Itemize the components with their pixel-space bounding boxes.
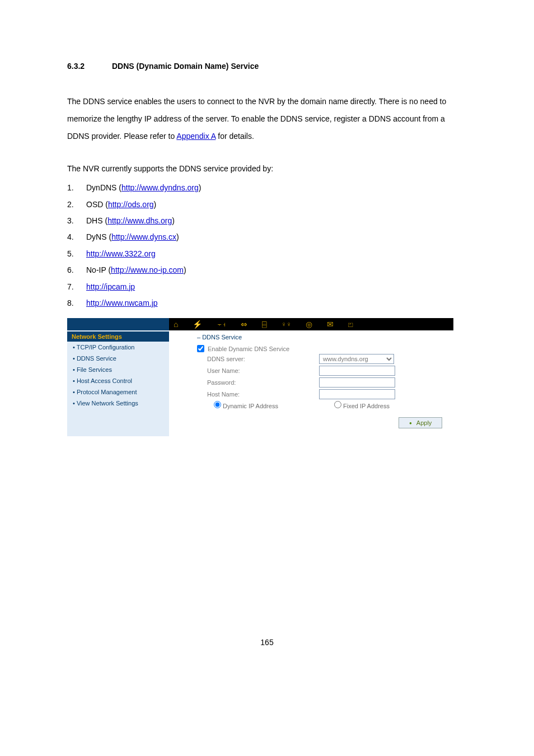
enable-ddns-field[interactable]: Enable Dynamic DNS Service	[197, 345, 309, 352]
dynamic-ip-radio[interactable]	[214, 401, 221, 408]
sidebar-item-host[interactable]: Host Access Control	[67, 375, 169, 386]
content-pane: – DDNS Service Enable Dynamic DNS Servic…	[169, 330, 453, 436]
provider-link[interactable]: http://www.dyndns.org	[121, 183, 199, 192]
password-input[interactable]	[319, 377, 395, 388]
heading-title: DDNS (Dynamic Domain Name) Service	[112, 62, 259, 71]
username-input[interactable]	[319, 366, 395, 376]
list-item: 6.No-IP (http://www.no-ip.com)	[67, 262, 467, 278]
list-item: 2.OSD (http://ods.org)	[67, 197, 467, 213]
enable-ddns-checkbox[interactable]	[197, 345, 204, 352]
provider-link[interactable]: http://www.dhs.org	[107, 216, 172, 225]
list-item: 5.http://www.3322.org	[67, 246, 467, 262]
lightning-icon[interactable]: ⚡	[193, 320, 202, 328]
fixed-ip-radio[interactable]	[334, 401, 341, 408]
arrows-icon[interactable]: ⇔	[241, 320, 247, 328]
intro-paragraph: The DDNS service enables the users to co…	[67, 93, 467, 144]
toolbar: ⌂ ⚡ ⫟⫞ ⇔ ⌸ ♀♀ ◎ ✉ ⏍	[67, 318, 453, 330]
sidebar-item-tcpip[interactable]: TCP/IP Configuration	[67, 342, 169, 353]
ddns-server-select[interactable]: www.dyndns.org	[319, 354, 394, 364]
list-item: 3.DHS (http://www.dhs.org)	[67, 213, 467, 229]
enable-ddns-label: Enable Dynamic DNS Service	[208, 346, 289, 352]
para1-text-b: for details.	[216, 132, 254, 141]
hostname-input[interactable]	[319, 389, 395, 399]
mail-icon[interactable]: ✉	[327, 320, 334, 328]
list-item: 1.DynDNS (http://www.dyndns.org)	[67, 180, 467, 196]
network-icon[interactable]: ⫟⫞	[217, 321, 226, 328]
password-label: Password:	[197, 379, 319, 386]
section-heading: 6.3.2DDNS (Dynamic Domain Name) Service	[67, 62, 467, 71]
disk-icon[interactable]: ⌸	[262, 320, 266, 328]
username-label: User Name:	[197, 367, 319, 374]
sidebar-item-file[interactable]: File Services	[67, 364, 169, 375]
provider-link[interactable]: http://www.dyns.cx	[111, 232, 176, 241]
hostname-label: Host Name:	[197, 391, 319, 398]
provider-link[interactable]: http://ods.org	[108, 200, 154, 209]
users-icon[interactable]: ♀♀	[281, 321, 291, 328]
sidebar-item-view[interactable]: View Network Settings	[67, 398, 169, 409]
heading-number: 6.3.2	[67, 62, 112, 71]
para1-text-a: The DDNS service enables the users to co…	[67, 97, 446, 141]
list-item: 4.DyNS (http://www.dyns.cx)	[67, 229, 467, 245]
fixed-ip-option[interactable]: Fixed IP Address	[334, 401, 390, 409]
ddns-server-label: DDNS server:	[197, 356, 319, 362]
page-number: 165	[67, 638, 467, 647]
settings-screenshot: ⌂ ⚡ ⫟⫞ ⇔ ⌸ ♀♀ ◎ ✉ ⏍ Network Settings TCP…	[67, 318, 453, 436]
provider-link[interactable]: http://www.3322.org	[86, 249, 156, 258]
apply-button[interactable]: ●Apply	[399, 417, 442, 428]
home-icon[interactable]: ⌂	[174, 320, 178, 328]
dynamic-ip-option[interactable]: Dynamic IP Address	[214, 401, 278, 409]
list-intro: The NVR currently supports the DDNS serv…	[67, 160, 467, 178]
exit-icon[interactable]: ⏍	[348, 320, 353, 328]
provider-link[interactable]: http://www.nwcam.jp	[86, 298, 158, 307]
sidebar: Network Settings TCP/IP Configuration DD…	[67, 330, 169, 436]
section-title: – DDNS Service	[197, 334, 447, 340]
provider-link[interactable]: http://www.no-ip.com	[111, 265, 184, 274]
provider-list: 1.DynDNS (http://www.dyndns.org) 2.OSD (…	[67, 180, 467, 311]
sidebar-item-ddns[interactable]: DDNS Service	[67, 353, 169, 364]
sidebar-item-protocol[interactable]: Protocol Management	[67, 386, 169, 398]
provider-link[interactable]: http://ipcam.jp	[86, 282, 135, 291]
camera-icon[interactable]: ◎	[306, 320, 312, 328]
list-item: 7.http://ipcam.jp	[67, 279, 467, 295]
appendix-link[interactable]: Appendix A	[176, 132, 216, 141]
sidebar-header: Network Settings	[67, 332, 169, 342]
list-item: 8.http://www.nwcam.jp	[67, 295, 467, 311]
